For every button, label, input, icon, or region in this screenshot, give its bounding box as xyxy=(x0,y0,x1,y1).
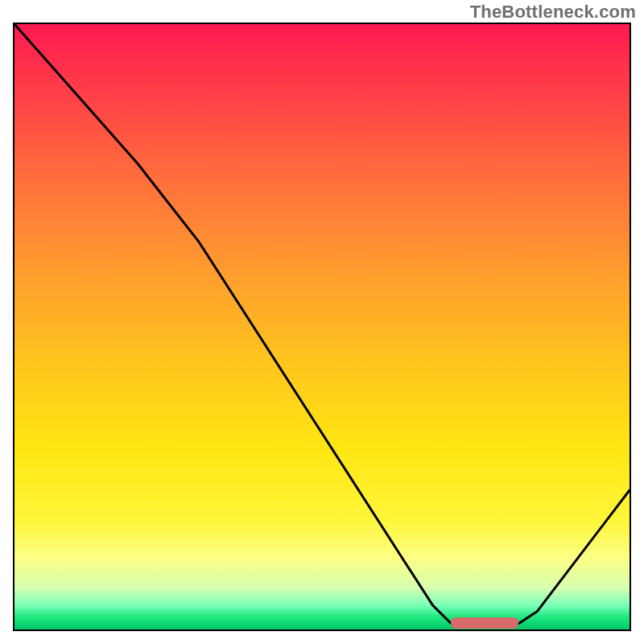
plot-area xyxy=(13,23,631,631)
optimal-marker xyxy=(451,617,518,629)
bottleneck-curve xyxy=(14,24,630,630)
watermark-text: TheBottleneck.com xyxy=(470,2,636,23)
chart-container: TheBottleneck.com xyxy=(0,0,644,644)
